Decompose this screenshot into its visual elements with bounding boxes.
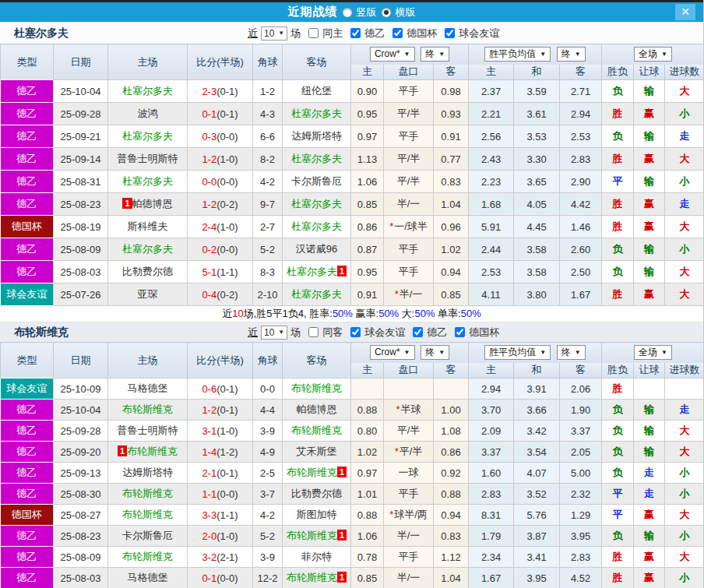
chevron-down-icon: ▼: [404, 48, 410, 61]
record-summary: 近10场,胜5平1负4, 胜率:50% 赢率:50% 大:50% 单率:50%: [0, 306, 703, 322]
team-name: 达姆斯塔特: [122, 467, 173, 478]
bookmaker-select[interactable]: Crow*▼: [370, 47, 415, 62]
vertical-layout-label[interactable]: 竖版: [357, 5, 377, 19]
result-goals-cell: 大: [665, 283, 704, 306]
date-cell: 25-08-09: [54, 547, 108, 568]
league-label-3[interactable]: 德国杯: [469, 326, 499, 340]
horizontal-layout-radio[interactable]: [382, 8, 391, 17]
match-row: 德国杯25-08-19斯科维夫2-4(1-0)2-7杜塞尔多夫0.86*一/球半…: [1, 216, 704, 238]
chevron-down-icon: ▼: [540, 48, 546, 61]
team-name: 杜塞尔多夫: [122, 175, 173, 187]
summary-part: 50%: [461, 308, 481, 319]
match-type-badge: 德乙: [1, 547, 54, 568]
bookmaker-select[interactable]: Crow*▼: [370, 345, 415, 360]
team-name: 杜塞尔多夫: [291, 153, 342, 164]
result-wl-cell: 负: [602, 526, 634, 547]
avg-home-cell: 2.43: [469, 148, 514, 171]
result-goals-cell: 大: [665, 442, 704, 463]
score-cell: 2-4(1-0): [188, 216, 253, 238]
date-cell: 25-09-28: [54, 421, 108, 442]
odds-away-cell: 0.94: [434, 505, 469, 526]
recent-link[interactable]: 近: [248, 26, 258, 40]
team-name: 杜塞尔多夫: [291, 198, 342, 209]
avg-select[interactable]: 胜平负均值▼: [484, 345, 551, 360]
league-checkbox-1[interactable]: [350, 28, 361, 38]
avg-draw-cell: 3.54: [514, 442, 560, 463]
matches-label: 场: [290, 26, 301, 40]
same-venue-label[interactable]: 同客: [322, 326, 343, 340]
home-team-cell: 杜塞尔多夫: [108, 238, 188, 261]
final-avg-select[interactable]: 终▼: [557, 47, 586, 62]
result-handicap-cell: 输: [634, 261, 665, 283]
team-name: 杜塞尔多夫: [287, 266, 337, 277]
fulltime-select[interactable]: 全场▼: [634, 345, 672, 360]
away-team-cell: 纽伦堡: [283, 80, 351, 103]
team-name: 卡尔斯鲁厄: [122, 530, 173, 541]
away-team-cell: 布轮斯维克1: [283, 526, 351, 547]
odds-home-cell: 1.06: [351, 526, 384, 547]
match-type-badge: 德乙: [1, 526, 54, 547]
col-result-handicap: 让球: [634, 65, 665, 80]
recent-count-select[interactable]: 10▼: [261, 326, 287, 340]
odds-home-cell: 0.95: [351, 261, 384, 283]
avg-draw-cell: 4.05: [514, 193, 560, 216]
col-corner: 角球: [253, 44, 283, 80]
score-cell: 1-2(0-2): [188, 193, 253, 216]
horizontal-layout-label[interactable]: 横版: [396, 5, 416, 19]
league-label-2[interactable]: 德乙: [427, 326, 447, 340]
final-odds-select[interactable]: 终▼: [421, 345, 449, 360]
final-avg-select[interactable]: 终▼: [557, 345, 586, 360]
result-wl-cell: 胜: [602, 568, 634, 588]
fulltime-select[interactable]: 全场▼: [634, 47, 672, 62]
match-row: 德乙25-10-04布轮斯维克1-2(0-1)4-4帕德博恩0.88*半球1.0…: [1, 400, 704, 421]
result-handicap-cell: 赢: [634, 193, 665, 216]
avg-draw-cell: 3.42: [514, 421, 560, 442]
result-goals-cell: 大: [665, 216, 704, 238]
odds-home-cell: 0.90: [351, 80, 384, 103]
close-icon[interactable]: ✕: [675, 4, 695, 20]
col-odds-away: 客: [434, 65, 469, 80]
team-name: 杜塞尔多夫: [291, 107, 342, 119]
avg-away-cell: 2.53: [560, 125, 602, 148]
col-result-goals: 进球数: [665, 65, 704, 80]
odds-away-cell: 1.04: [434, 193, 469, 216]
score-cell: 0-1(0-1): [188, 103, 253, 125]
avg-home-cell: 2.21: [469, 103, 514, 125]
league-checkbox-2[interactable]: [392, 28, 403, 38]
league-checkbox-3[interactable]: [445, 28, 455, 38]
league-label-1[interactable]: 球会友谊: [364, 326, 405, 340]
avg-home-cell: 2.23: [469, 171, 514, 193]
league-label-1[interactable]: 德乙: [364, 26, 385, 40]
result-handicap-cell: 赢: [634, 216, 665, 238]
same-venue-checkbox[interactable]: [308, 28, 319, 38]
league-checkbox-3[interactable]: [455, 327, 465, 337]
result-goals-cell: 大: [665, 505, 704, 526]
avg-home-cell: 4.11: [469, 283, 514, 306]
avg-draw-cell: 3.52: [514, 484, 560, 505]
chevron-down-icon: ▼: [278, 27, 284, 40]
score-cell: 0-1(0-0): [188, 568, 253, 588]
away-team-cell: 杜塞尔多夫: [283, 103, 351, 125]
match-type-badge: 德乙: [1, 463, 54, 484]
date-cell: 25-08-23: [54, 526, 108, 547]
avg-select[interactable]: 胜平负均值▼: [484, 47, 551, 62]
league-label-2[interactable]: 德国杯: [407, 26, 437, 40]
recent-count-select[interactable]: 10▼: [261, 26, 287, 40]
same-venue-label[interactable]: 同主: [322, 26, 343, 40]
score-cell: 0-0(0-0): [188, 171, 253, 193]
recent-link[interactable]: 近: [248, 326, 258, 340]
team-name: 布轮斯维克: [287, 467, 337, 478]
score-cell: 1-4(1-2): [188, 442, 253, 463]
away-team-cell: 汉诺威96: [283, 238, 351, 261]
same-venue-checkbox[interactable]: [308, 327, 319, 337]
avg-away-cell: 2.60: [560, 238, 602, 261]
col-odds-handicap: 盘口: [384, 363, 434, 379]
avg-home-cell: 5.91: [469, 216, 514, 238]
league-checkbox-1[interactable]: [350, 327, 361, 337]
final-odds-select[interactable]: 终▼: [421, 47, 449, 62]
vertical-layout-radio[interactable]: [343, 8, 352, 17]
league-label-3[interactable]: 球会友谊: [459, 26, 499, 40]
result-goals-cell: 小: [665, 103, 704, 125]
league-checkbox-2[interactable]: [413, 327, 423, 337]
home-team-cell: 马格德堡: [108, 379, 188, 400]
